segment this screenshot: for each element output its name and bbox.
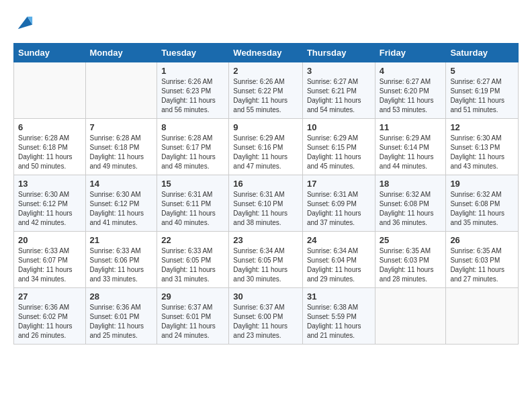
day-number: 11 bbox=[380, 122, 442, 132]
day-number: 25 bbox=[380, 235, 442, 245]
calendar-cell bbox=[375, 288, 446, 345]
day-number: 5 bbox=[450, 66, 514, 76]
day-number: 17 bbox=[307, 179, 371, 189]
calendar-cell: 24Sunrise: 6:34 AM Sunset: 6:04 PM Dayli… bbox=[302, 232, 375, 288]
calendar-week-row: 27Sunrise: 6:36 AM Sunset: 6:02 PM Dayli… bbox=[14, 288, 519, 345]
calendar-cell: 7Sunrise: 6:28 AM Sunset: 6:18 PM Daylig… bbox=[85, 119, 157, 175]
calendar-cell: 28Sunrise: 6:36 AM Sunset: 6:01 PM Dayli… bbox=[85, 288, 157, 345]
day-info: Sunrise: 6:38 AM Sunset: 5:59 PM Dayligh… bbox=[307, 303, 371, 340]
day-number: 2 bbox=[233, 66, 298, 76]
day-number: 16 bbox=[233, 179, 298, 189]
day-info: Sunrise: 6:27 AM Sunset: 6:19 PM Dayligh… bbox=[450, 77, 514, 115]
day-info: Sunrise: 6:28 AM Sunset: 6:18 PM Dayligh… bbox=[90, 134, 153, 171]
weekday-header: Wednesday bbox=[229, 44, 303, 62]
weekday-header: Monday bbox=[85, 44, 157, 62]
weekday-header: Tuesday bbox=[157, 44, 229, 62]
day-number: 22 bbox=[161, 235, 224, 245]
calendar-cell: 11Sunrise: 6:29 AM Sunset: 6:14 PM Dayli… bbox=[375, 119, 446, 175]
calendar-cell: 23Sunrise: 6:34 AM Sunset: 6:05 PM Dayli… bbox=[229, 232, 303, 288]
calendar-cell: 14Sunrise: 6:30 AM Sunset: 6:12 PM Dayli… bbox=[85, 175, 157, 232]
header-row: SundayMondayTuesdayWednesdayThursdayFrid… bbox=[14, 44, 519, 62]
day-info: Sunrise: 6:31 AM Sunset: 6:11 PM Dayligh… bbox=[161, 190, 224, 228]
calendar-cell: 18Sunrise: 6:32 AM Sunset: 6:08 PM Dayli… bbox=[375, 175, 446, 232]
calendar-cell: 12Sunrise: 6:30 AM Sunset: 6:13 PM Dayli… bbox=[446, 119, 519, 175]
calendar-cell: 22Sunrise: 6:33 AM Sunset: 6:05 PM Dayli… bbox=[157, 232, 229, 288]
day-info: Sunrise: 6:34 AM Sunset: 6:04 PM Dayligh… bbox=[307, 246, 371, 284]
day-info: Sunrise: 6:31 AM Sunset: 6:10 PM Dayligh… bbox=[233, 190, 298, 228]
calendar-week-row: 1Sunrise: 6:26 AM Sunset: 6:23 PM Daylig… bbox=[14, 62, 519, 119]
day-info: Sunrise: 6:28 AM Sunset: 6:17 PM Dayligh… bbox=[161, 134, 224, 171]
day-number: 14 bbox=[90, 179, 153, 189]
calendar-cell: 30Sunrise: 6:37 AM Sunset: 6:00 PM Dayli… bbox=[229, 288, 303, 345]
day-info: Sunrise: 6:29 AM Sunset: 6:16 PM Dayligh… bbox=[233, 134, 298, 171]
day-info: Sunrise: 6:32 AM Sunset: 6:08 PM Dayligh… bbox=[450, 190, 514, 228]
day-info: Sunrise: 6:26 AM Sunset: 6:22 PM Dayligh… bbox=[233, 77, 298, 115]
day-number: 28 bbox=[90, 291, 153, 302]
day-info: Sunrise: 6:27 AM Sunset: 6:20 PM Dayligh… bbox=[380, 77, 442, 115]
day-number: 24 bbox=[307, 235, 371, 245]
weekday-header: Thursday bbox=[302, 44, 375, 62]
logo-text bbox=[13, 13, 34, 32]
day-number: 13 bbox=[18, 179, 81, 189]
calendar-cell: 20Sunrise: 6:33 AM Sunset: 6:07 PM Dayli… bbox=[14, 232, 86, 288]
calendar-cell: 6Sunrise: 6:28 AM Sunset: 6:18 PM Daylig… bbox=[14, 119, 86, 175]
day-number: 8 bbox=[161, 122, 224, 132]
calendar-cell: 5Sunrise: 6:27 AM Sunset: 6:19 PM Daylig… bbox=[446, 62, 519, 119]
day-info: Sunrise: 6:29 AM Sunset: 6:15 PM Dayligh… bbox=[307, 134, 371, 171]
day-number: 15 bbox=[161, 179, 224, 189]
calendar-cell: 25Sunrise: 6:35 AM Sunset: 6:03 PM Dayli… bbox=[375, 232, 446, 288]
day-number: 23 bbox=[233, 235, 298, 245]
day-number: 27 bbox=[18, 291, 81, 302]
day-number: 10 bbox=[307, 122, 371, 132]
day-info: Sunrise: 6:35 AM Sunset: 6:03 PM Dayligh… bbox=[450, 246, 514, 284]
calendar-cell: 2Sunrise: 6:26 AM Sunset: 6:22 PM Daylig… bbox=[229, 62, 303, 119]
day-number: 12 bbox=[450, 122, 514, 132]
calendar-cell: 29Sunrise: 6:37 AM Sunset: 6:01 PM Dayli… bbox=[157, 288, 229, 345]
day-number: 26 bbox=[450, 235, 514, 245]
day-info: Sunrise: 6:34 AM Sunset: 6:05 PM Dayligh… bbox=[233, 246, 298, 284]
calendar-cell: 10Sunrise: 6:29 AM Sunset: 6:15 PM Dayli… bbox=[302, 119, 375, 175]
calendar-cell: 1Sunrise: 6:26 AM Sunset: 6:23 PM Daylig… bbox=[157, 62, 229, 119]
weekday-header: Friday bbox=[375, 44, 446, 62]
calendar-cell bbox=[446, 288, 519, 345]
calendar-cell: 9Sunrise: 6:29 AM Sunset: 6:16 PM Daylig… bbox=[229, 119, 303, 175]
day-info: Sunrise: 6:28 AM Sunset: 6:18 PM Dayligh… bbox=[18, 134, 81, 171]
weekday-header: Sunday bbox=[14, 44, 86, 62]
calendar-cell: 4Sunrise: 6:27 AM Sunset: 6:20 PM Daylig… bbox=[375, 62, 446, 119]
page-header bbox=[13, 13, 519, 32]
calendar-week-row: 6Sunrise: 6:28 AM Sunset: 6:18 PM Daylig… bbox=[14, 119, 519, 175]
day-number: 20 bbox=[18, 235, 81, 245]
calendar-cell: 31Sunrise: 6:38 AM Sunset: 5:59 PM Dayli… bbox=[302, 288, 375, 345]
calendar-cell: 3Sunrise: 6:27 AM Sunset: 6:21 PM Daylig… bbox=[302, 62, 375, 119]
calendar-week-row: 13Sunrise: 6:30 AM Sunset: 6:12 PM Dayli… bbox=[14, 175, 519, 232]
day-info: Sunrise: 6:32 AM Sunset: 6:08 PM Dayligh… bbox=[380, 190, 442, 228]
calendar-cell bbox=[14, 62, 86, 119]
day-info: Sunrise: 6:26 AM Sunset: 6:23 PM Dayligh… bbox=[161, 77, 224, 115]
calendar-week-row: 20Sunrise: 6:33 AM Sunset: 6:07 PM Dayli… bbox=[14, 232, 519, 288]
day-info: Sunrise: 6:35 AM Sunset: 6:03 PM Dayligh… bbox=[380, 246, 442, 284]
day-info: Sunrise: 6:30 AM Sunset: 6:12 PM Dayligh… bbox=[90, 190, 153, 228]
day-number: 29 bbox=[161, 291, 224, 302]
day-info: Sunrise: 6:36 AM Sunset: 6:01 PM Dayligh… bbox=[90, 303, 153, 340]
day-number: 31 bbox=[307, 291, 371, 302]
calendar-cell bbox=[85, 62, 157, 119]
weekday-header: Saturday bbox=[446, 44, 519, 62]
calendar-cell: 21Sunrise: 6:33 AM Sunset: 6:06 PM Dayli… bbox=[85, 232, 157, 288]
calendar-cell: 13Sunrise: 6:30 AM Sunset: 6:12 PM Dayli… bbox=[14, 175, 86, 232]
day-number: 19 bbox=[450, 179, 514, 189]
day-number: 30 bbox=[233, 291, 298, 302]
calendar-cell: 8Sunrise: 6:28 AM Sunset: 6:17 PM Daylig… bbox=[157, 119, 229, 175]
day-number: 18 bbox=[380, 179, 442, 189]
calendar-cell: 15Sunrise: 6:31 AM Sunset: 6:11 PM Dayli… bbox=[157, 175, 229, 232]
calendar-cell: 27Sunrise: 6:36 AM Sunset: 6:02 PM Dayli… bbox=[14, 288, 86, 345]
calendar-cell: 26Sunrise: 6:35 AM Sunset: 6:03 PM Dayli… bbox=[446, 232, 519, 288]
day-info: Sunrise: 6:31 AM Sunset: 6:09 PM Dayligh… bbox=[307, 190, 371, 228]
day-info: Sunrise: 6:36 AM Sunset: 6:02 PM Dayligh… bbox=[18, 303, 81, 340]
day-number: 1 bbox=[161, 66, 224, 76]
day-info: Sunrise: 6:33 AM Sunset: 6:06 PM Dayligh… bbox=[90, 246, 153, 284]
day-info: Sunrise: 6:33 AM Sunset: 6:05 PM Dayligh… bbox=[161, 246, 224, 284]
day-info: Sunrise: 6:37 AM Sunset: 6:00 PM Dayligh… bbox=[233, 303, 298, 340]
day-number: 9 bbox=[233, 122, 298, 132]
calendar-cell: 17Sunrise: 6:31 AM Sunset: 6:09 PM Dayli… bbox=[302, 175, 375, 232]
day-number: 6 bbox=[18, 122, 81, 132]
